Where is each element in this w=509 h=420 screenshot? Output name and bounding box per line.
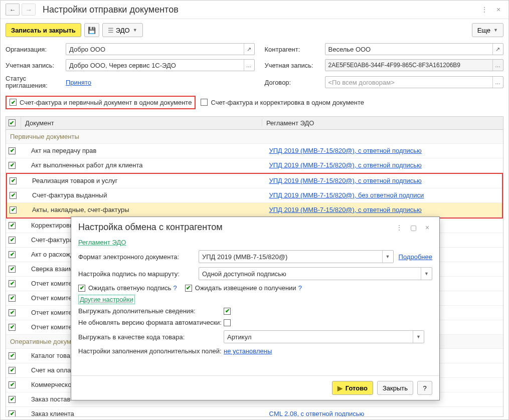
ellipsis-icon[interactable]: … — [244, 60, 254, 71]
page-title: Настройки отправки документов — [43, 5, 475, 15]
row-checkbox[interactable] — [9, 162, 16, 169]
save-button[interactable]: 💾 — [84, 23, 99, 37]
menu-icon[interactable]: ⋮ — [479, 6, 489, 14]
table-group-header: Первичные документы — [6, 130, 503, 144]
regulation-link[interactable]: Регламент ЭДО — [78, 239, 126, 246]
menu-icon[interactable]: ⋮ — [394, 224, 404, 232]
no-update-label: Не обновлять версию формата автоматическ… — [78, 319, 224, 326]
help-icon[interactable]: ? — [174, 284, 177, 292]
chevron-down-icon: ▼ — [133, 28, 137, 33]
table-row[interactable]: Акты, накладные, счет-фактурыУПД 2019 (М… — [7, 203, 502, 218]
row-checkbox[interactable] — [9, 396, 16, 403]
row-checkbox[interactable] — [9, 295, 16, 302]
route-select[interactable]: Одной доступной подписью ▼ — [199, 267, 432, 280]
code-as-label: Выгружать в качестве кода товара: — [78, 333, 224, 341]
table-row[interactable]: Реализация товаров и услугУПД 2019 (ММВ-… — [7, 174, 502, 188]
regulation-link[interactable]: УПД 2019 (ММВ-7-15/820@), с ответной под… — [269, 147, 422, 154]
regulation-link[interactable]: УПД 2019 (ММВ-7-15/820@), с ответной под… — [269, 206, 422, 214]
chevron-down-icon[interactable]: ▼ — [421, 268, 432, 280]
fill-settings-link[interactable]: не установлены — [224, 347, 272, 355]
close-button[interactable]: Закрыть — [377, 381, 413, 395]
chevron-down-icon[interactable]: ▼ — [413, 331, 424, 343]
cb-wait-reply[interactable] — [78, 285, 85, 292]
row-checkbox[interactable] — [9, 280, 16, 287]
form-row-status: Статус приглашения: Принято Договор: <По… — [1, 73, 508, 92]
play-icon: ▶ — [337, 384, 343, 392]
row-checkbox[interactable] — [9, 237, 16, 244]
regulation-link[interactable]: CML 2.08, с ответной подписью — [269, 410, 365, 417]
ready-label: Готово — [346, 384, 368, 392]
cb2-label: Счет-фактура и корректировка в одном док… — [211, 99, 364, 106]
regulation-link[interactable]: УПД 2019 (ММВ-7-15/820@), с ответной под… — [269, 161, 422, 169]
contract-field[interactable]: <По всем договорам> … — [325, 76, 504, 88]
row-checkbox[interactable] — [9, 352, 16, 359]
nav-forward-button[interactable]: → — [22, 4, 36, 16]
row-checkbox[interactable] — [9, 309, 16, 316]
cell-document: Акты, накладные, счет-фактуры — [22, 206, 265, 214]
org-field[interactable]: Добро ООО ↗ — [66, 43, 255, 55]
cell-regulation: УПД 2019 (ММВ-7-15/820@), с ответной под… — [265, 147, 503, 154]
table-row[interactable]: Счет-фактура выданныйУПД 2019 (ММВ-7-15/… — [7, 188, 502, 203]
table-row[interactable]: Акт выполненных работ для клиентаУПД 201… — [6, 158, 503, 173]
cb-no-update[interactable] — [224, 319, 231, 326]
counterparty-field[interactable]: Веселье ООО ↗ — [325, 43, 504, 55]
more-label: Еще — [477, 27, 490, 34]
format-select[interactable]: УПД 2019 (ММВ-7-15/820@) ▼ — [199, 250, 394, 263]
save-close-button[interactable]: Записать и закрыть — [6, 23, 81, 37]
contract-label: Договор: — [265, 79, 325, 86]
row-checkbox[interactable] — [10, 192, 17, 199]
cb-invoice-correction[interactable] — [201, 99, 208, 106]
edo-button[interactable]: ☰ ЭДО ▼ — [102, 23, 143, 37]
open-icon[interactable]: ↗ — [492, 44, 502, 55]
row-checkbox[interactable] — [9, 410, 16, 417]
dialog-title: Настройка обмена с контрагентом — [78, 222, 390, 233]
row-checkbox[interactable] — [9, 266, 16, 273]
chevron-down-icon[interactable]: ▼ — [382, 251, 393, 263]
maximize-icon[interactable]: ▢ — [408, 224, 418, 232]
row-checkbox[interactable] — [9, 147, 16, 154]
table-row[interactable]: Заказ клиентаCML 2.08, с ответной подпис… — [6, 407, 503, 417]
account-right-field[interactable]: 2AE5F5E0AB6-344F-4F99-865C-8F3A161206B9 … — [325, 59, 504, 71]
highlight-box-1: Счет-фактура и первичный документ в одно… — [6, 96, 196, 109]
nav-back-button[interactable]: ← — [6, 4, 20, 16]
row-checkbox[interactable] — [9, 367, 16, 374]
cell-regulation: CML 2.08, с ответной подписью — [265, 410, 503, 417]
row-checkbox[interactable] — [9, 381, 16, 388]
regulation-link[interactable]: УПД 2019 (ММВ-7-15/820@), с ответной под… — [269, 177, 422, 184]
cb-wait-notice[interactable] — [185, 285, 192, 292]
exchange-settings-dialog: Настройка обмена с контрагентом ⋮ ▢ × Ре… — [71, 217, 440, 400]
more-link[interactable]: Подробнее — [399, 253, 432, 261]
ready-button[interactable]: ▶ Готово — [332, 381, 373, 395]
row-checkbox[interactable] — [10, 206, 17, 214]
edo-label: ЭДО — [116, 27, 130, 34]
col-regulation[interactable]: Регламент ЭДО — [262, 119, 503, 127]
col-document[interactable]: Документ — [21, 119, 262, 127]
row-checkbox[interactable] — [10, 177, 17, 184]
invite-status-link[interactable]: Принято — [66, 79, 91, 86]
more-button[interactable]: Еще ▼ — [472, 23, 503, 37]
row-checkbox[interactable] — [9, 324, 16, 331]
open-icon[interactable]: ↗ — [244, 44, 254, 55]
account-label-left: Учетная запись: — [6, 62, 66, 69]
ellipsis-icon[interactable]: … — [492, 60, 502, 71]
wait-notice-label: Ожидать извещение о получении — [195, 284, 296, 292]
help-icon[interactable]: ? — [298, 284, 302, 292]
other-settings-link[interactable]: Другие настройки — [78, 295, 135, 304]
toolbar: Записать и закрыть 💾 ☰ ЭДО ▼ Еще ▼ — [1, 19, 508, 41]
row-checkbox[interactable] — [9, 251, 16, 258]
route-label: Настройка подпись по маршруту: — [78, 270, 199, 278]
row-checkbox[interactable] — [9, 222, 16, 229]
table-header: Документ Регламент ЭДО — [6, 117, 503, 130]
select-all-checkbox[interactable] — [9, 119, 16, 126]
table-row[interactable]: Акт на передачу правУПД 2019 (ММВ-7-15/8… — [6, 144, 503, 158]
account-right-value: 2AE5F5E0AB6-344F-4F99-865C-8F3A161206B9 — [328, 62, 461, 69]
code-as-select[interactable]: Артикул ▼ — [224, 330, 424, 343]
account-left-field[interactable]: Добро ООО, Через сервис 1С-ЭДО … — [66, 59, 255, 71]
regulation-link[interactable]: УПД 2019 (ММВ-7-15/820@), без ответной п… — [269, 191, 424, 199]
help-button[interactable]: ? — [417, 381, 432, 395]
ellipsis-icon[interactable]: … — [492, 77, 502, 88]
cb-export-extra[interactable] — [224, 308, 231, 315]
cb-invoice-primary[interactable] — [10, 99, 17, 106]
close-icon[interactable]: × — [422, 224, 432, 232]
close-icon[interactable]: × — [493, 6, 503, 14]
